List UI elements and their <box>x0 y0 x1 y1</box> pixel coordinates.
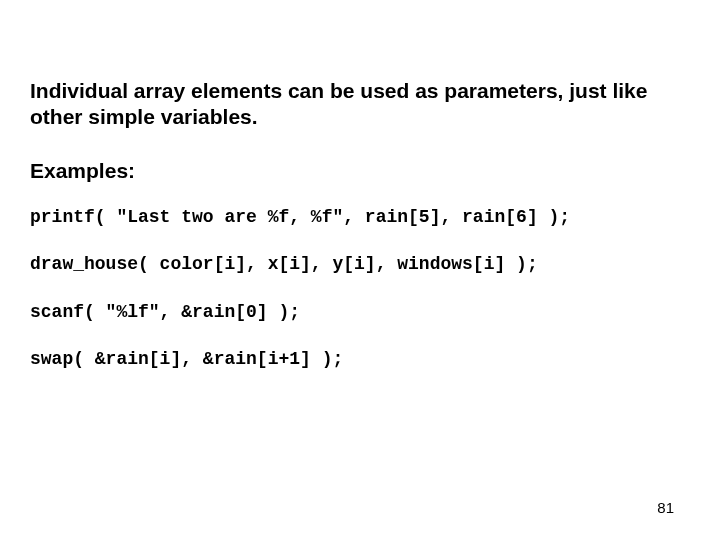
page-number: 81 <box>657 499 674 516</box>
code-line-2: draw_house( color[i], x[i], y[i], window… <box>30 254 690 276</box>
intro-text: Individual array elements can be used as… <box>30 78 690 131</box>
code-line-1: printf( "Last two are %f, %f", rain[5], … <box>30 207 690 229</box>
code-line-4: swap( &rain[i], &rain[i+1] ); <box>30 349 690 371</box>
code-line-3: scanf( "%lf", &rain[0] ); <box>30 302 690 324</box>
slide: Individual array elements can be used as… <box>0 0 720 540</box>
examples-heading: Examples: <box>30 159 690 183</box>
